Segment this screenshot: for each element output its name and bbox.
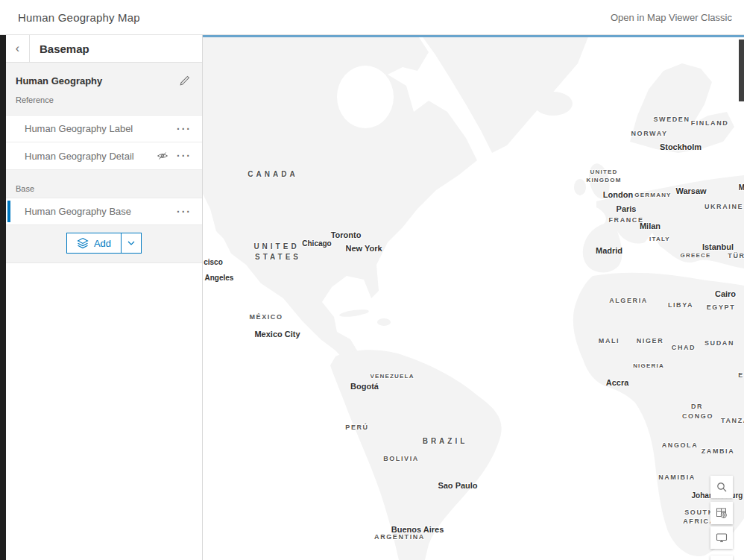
app-header: Human Geography Map Open in Map Viewer C… [0, 0, 744, 35]
panel-empty-area [6, 263, 202, 560]
edit-basemap-button[interactable] [177, 73, 192, 88]
basemap-gallery-button[interactable] [710, 502, 733, 524]
back-button[interactable]: ‹ [6, 35, 30, 62]
basemap-gallery-icon [716, 507, 728, 519]
partial-tool-button[interactable] [710, 556, 733, 560]
search-button[interactable] [710, 476, 733, 498]
chevron-left-icon: ‹ [16, 42, 19, 55]
basemap-panel: ‹ Basemap Human Geography Reference Huma… [6, 35, 203, 560]
layer-options-button[interactable]: ··· [171, 152, 192, 160]
add-split-button: Add [66, 233, 142, 254]
add-layer-button[interactable]: Add [67, 233, 121, 253]
chevron-down-icon [127, 241, 135, 245]
add-dropdown-button[interactable] [121, 233, 141, 253]
map-canvas[interactable]: CANADAUNITEDSTATESBRAZILMÉXICOPERÚBOLIVI… [203, 35, 744, 560]
reference-section-label: Reference [16, 88, 192, 109]
basemap-name: Human Geography [16, 75, 102, 86]
basemap-land-shapes [203, 35, 744, 560]
basemap-head: Human Geography Reference [6, 63, 202, 115]
panel-header: ‹ Basemap [6, 35, 202, 63]
layer-item-human-geography-detail[interactable]: Human Geography Detail ··· [6, 142, 202, 170]
app-window: Human Geography Map Open in Map Viewer C… [0, 0, 744, 560]
display-button[interactable] [710, 526, 733, 549]
panel-title: Basemap [30, 35, 89, 62]
section-divider [6, 170, 202, 178]
layer-list: Human Geography Label ··· Human Geograph… [6, 115, 202, 263]
layer-label: Human Geography Label [25, 123, 171, 134]
eye-slash-icon [157, 150, 168, 162]
base-section-label: Base [6, 178, 202, 198]
layer-item-human-geography-label[interactable]: Human Geography Label ··· [6, 115, 202, 142]
layer-item-human-geography-base[interactable]: Human Geography Base ··· [6, 198, 202, 225]
layers-icon [77, 237, 89, 249]
layer-options-button[interactable]: ··· [171, 125, 192, 133]
add-button-label: Add [94, 238, 111, 249]
layer-label: Human Geography Detail [25, 151, 154, 162]
map-scrollbar-thumb[interactable] [739, 40, 744, 101]
layer-options-button[interactable]: ··· [171, 208, 192, 215]
search-icon [716, 481, 728, 493]
page-title: Human Geography Map [18, 11, 140, 24]
monitor-icon [716, 532, 728, 544]
layer-label: Human Geography Base [25, 206, 171, 217]
add-zone: Add [6, 225, 202, 263]
visibility-toggle[interactable] [154, 148, 171, 164]
open-classic-link[interactable]: Open in Map Viewer Classic [611, 12, 732, 23]
collapsed-dark-rail [0, 35, 6, 560]
pencil-icon [179, 75, 190, 86]
selected-layer-indicator [7, 201, 10, 222]
